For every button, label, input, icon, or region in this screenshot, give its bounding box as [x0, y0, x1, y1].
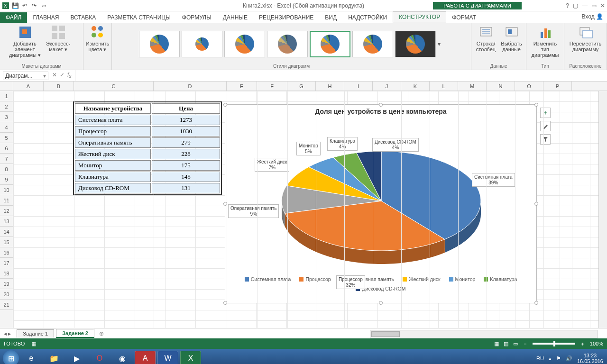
move-chart-button[interactable]: Переместить диаграмму	[570, 25, 602, 52]
table-row[interactable]: Монитор175	[75, 160, 220, 171]
row-header[interactable]: 16	[0, 247, 13, 258]
col-header[interactable]: J	[373, 82, 401, 91]
style-thumb[interactable]	[395, 31, 436, 57]
redo-icon[interactable]: ↷	[30, 2, 38, 9]
tray-sound-icon[interactable]: 🔊	[566, 355, 572, 362]
macro-record-icon[interactable]: ▦	[31, 341, 36, 347]
col-header[interactable]: A	[13, 82, 44, 91]
tab-data[interactable]: ДАННЫЕ	[217, 12, 253, 23]
chart-filters-button[interactable]	[540, 134, 551, 145]
ribbon-opts-icon[interactable]: ▢	[573, 2, 578, 9]
zoom-out-icon[interactable]: －	[523, 340, 528, 347]
taskbar-chrome-icon[interactable]: ◉	[112, 351, 133, 364]
col-header[interactable]: E	[227, 82, 257, 91]
data-callout[interactable]: Системная плата39%	[472, 173, 515, 187]
horizontal-scrollbar[interactable]	[370, 330, 598, 338]
taskbar-opera-icon[interactable]: O	[89, 351, 110, 364]
tray-up-icon[interactable]: ▴	[549, 355, 552, 362]
row-header[interactable]: 5	[0, 133, 13, 143]
switch-row-col-button[interactable]: Строка/столбец	[474, 25, 498, 52]
fx-icon[interactable]: fx	[67, 72, 71, 79]
close-icon[interactable]: ✕	[600, 2, 605, 9]
row-header[interactable]: 12	[0, 206, 13, 216]
legend-item[interactable]: Клавиатура	[484, 276, 517, 282]
save-icon[interactable]: 💾	[11, 2, 19, 9]
chart-styles-button[interactable]	[540, 121, 551, 131]
zoom-slider[interactable]	[533, 343, 575, 345]
table-row[interactable]: Дисковод CD-ROM131	[75, 183, 220, 193]
cancel-icon[interactable]: ✕	[52, 72, 57, 79]
chart-elements-button[interactable]: ＋	[540, 108, 551, 118]
sign-in[interactable]: Вход 👤	[582, 13, 604, 20]
row-header[interactable]: 1	[0, 91, 13, 101]
row-header[interactable]: 15	[0, 237, 13, 247]
data-callout[interactable]: Процессор32%	[336, 275, 365, 289]
tab-review[interactable]: РЕЦЕНЗИРОВАНИЕ	[253, 12, 319, 23]
chart-object[interactable]: ＋ Доля цен устройств в цене компьютера М…	[225, 104, 537, 303]
column-headers[interactable]: ABCDEFGHIJKLMNOP	[13, 82, 607, 91]
zoom-level[interactable]: 100%	[590, 341, 603, 346]
legend-item[interactable]: Процессор	[299, 276, 331, 282]
help-icon[interactable]: ?	[566, 2, 569, 9]
tab-formulas[interactable]: ФОРМУЛЫ	[176, 12, 217, 23]
chart-legend[interactable]: Системная платаПроцессорОперативная памя…	[225, 274, 536, 293]
start-button[interactable]: ⊞	[3, 350, 19, 364]
col-header[interactable]: F	[257, 82, 287, 91]
tab-design[interactable]: КОНСТРУКТОР	[393, 11, 446, 23]
col-header[interactable]: N	[487, 82, 515, 91]
col-header[interactable]: G	[287, 82, 316, 91]
taskbar-pdf-icon[interactable]: A	[135, 351, 156, 364]
row-header[interactable]: 13	[0, 216, 13, 227]
zoom-in-icon[interactable]: ＋	[580, 340, 585, 347]
tab-view[interactable]: ВИД	[319, 12, 342, 23]
plot-area[interactable]: Монитор5%Клавиатура4%Дисковод CD-ROM4%Же…	[225, 118, 536, 274]
undo-icon[interactable]: ↶	[21, 2, 28, 9]
table-row[interactable]: Жесткий диск228	[75, 149, 220, 159]
sheet-nav[interactable]: ◂ ▸	[0, 330, 15, 337]
data-callout[interactable]: Жесткий диск7%	[255, 158, 289, 172]
row-header[interactable]: 3	[0, 112, 13, 122]
col-header[interactable]: B	[44, 82, 74, 91]
col-header[interactable]: H	[316, 82, 344, 91]
col-header[interactable]: P	[543, 82, 572, 91]
row-header[interactable]: 10	[0, 185, 13, 195]
view-pagebreak-icon[interactable]: ▭	[513, 341, 518, 347]
style-thumb[interactable]	[352, 31, 393, 57]
sheet-tab-2[interactable]: Задание 2	[56, 329, 94, 338]
tab-insert[interactable]: ВСТАВКА	[64, 12, 101, 23]
taskbar-word-icon[interactable]: W	[157, 351, 178, 364]
style-thumb[interactable]	[224, 31, 265, 57]
row-header[interactable]: 6	[0, 143, 13, 154]
row-header[interactable]: 17	[0, 258, 13, 268]
tab-home[interactable]: ГЛАВНАЯ	[27, 12, 64, 23]
tab-pagelayout[interactable]: РАЗМЕТКА СТРАНИЦЫ	[101, 12, 176, 23]
row-header[interactable]: 18	[0, 268, 13, 279]
legend-item[interactable]: Монитор	[449, 276, 476, 282]
col-header[interactable]: D	[154, 82, 227, 91]
legend-item[interactable]: Жесткий диск	[403, 276, 441, 282]
system-tray[interactable]: RU ▴ ⚑ 🔊 13:2316.05.2016	[536, 353, 603, 364]
add-chart-element-button[interactable]: Добавить элемент диаграммы ▾	[9, 25, 41, 58]
sheet-tab-1[interactable]: Задание 1	[17, 329, 54, 337]
col-header[interactable]: L	[430, 82, 458, 91]
row-header[interactable]: 19	[0, 279, 13, 289]
gallery-more-icon[interactable]: ▾	[438, 41, 444, 47]
data-table[interactable]: Название устройстваЦена Системная плата1…	[73, 101, 222, 195]
select-all-triangle[interactable]	[0, 82, 13, 91]
style-thumb[interactable]	[139, 31, 180, 57]
row-header[interactable]: 2	[0, 101, 13, 112]
table-row[interactable]: Процессор1030	[75, 126, 220, 136]
col-header[interactable]: M	[458, 82, 487, 91]
row-header[interactable]: 21	[0, 300, 13, 310]
new-icon[interactable]: ▱	[40, 2, 47, 9]
col-header[interactable]: O	[515, 82, 543, 91]
select-data-button[interactable]: Выбрать данные	[499, 25, 524, 52]
row-headers[interactable]: 123456789101112131415161718192021	[0, 91, 13, 328]
vertical-scrollbar[interactable]	[598, 91, 607, 328]
row-header[interactable]: 14	[0, 227, 13, 237]
enter-icon[interactable]: ✓	[60, 72, 64, 79]
col-header[interactable]: K	[401, 82, 430, 91]
data-callout[interactable]: Клавиатура4%	[327, 137, 358, 151]
taskbar-wmp-icon[interactable]: ▶	[66, 351, 87, 364]
name-box[interactable]: Диаграм...▾	[3, 72, 48, 80]
